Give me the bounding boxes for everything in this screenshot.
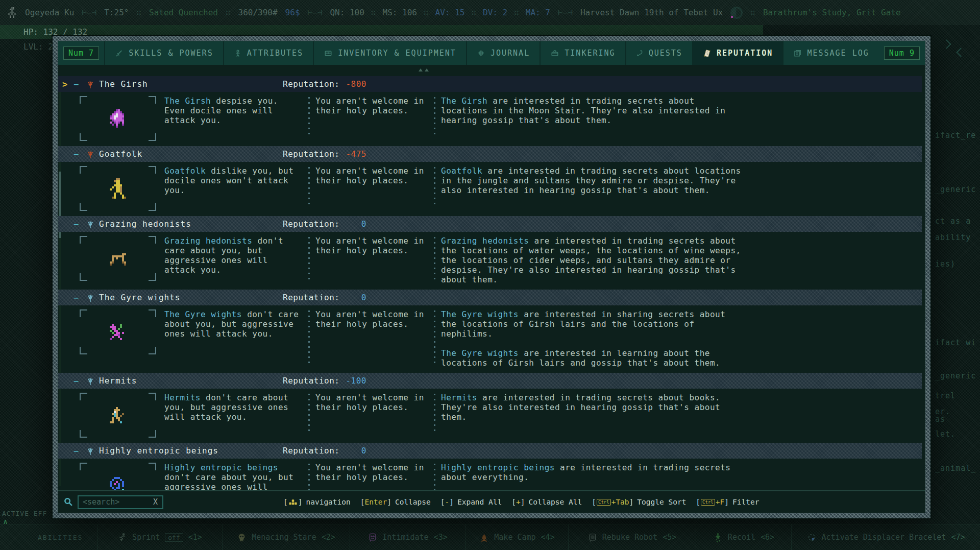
wight-sprite: [108, 324, 128, 340]
ability-name: Make Camp: [494, 533, 535, 542]
key-glyph: +: [516, 498, 521, 506]
key-glyph: -: [445, 498, 449, 506]
faction-tree-icon: [86, 220, 95, 229]
card-icon: [703, 49, 712, 58]
faction-tree-icon: [86, 293, 95, 302]
faction-name-inline: Goatfolk: [164, 166, 206, 176]
faction-attitude: Grazing hedonists don't care about you, …: [164, 236, 302, 284]
reputation-value: 0: [313, 219, 366, 229]
ability-hotkey: <1>: [188, 533, 202, 542]
stat-ms: MS: 106: [383, 8, 417, 17]
collapse-toggle[interactable]: −: [74, 149, 86, 159]
search-icon: [63, 497, 74, 507]
faction-header-goatfolk[interactable]: −GoatfolkReputation:-475: [58, 146, 922, 162]
dotted-separator: [434, 310, 435, 365]
ability-recoil[interactable]: Recoil<6>: [696, 524, 791, 550]
tab-skills-powers[interactable]: SKILLS & POWERS: [104, 41, 223, 65]
faction-welcome: You aren't welcome in their holy places.: [315, 236, 428, 284]
faction-interests: The Gyre wights are interested in sharin…: [441, 309, 743, 368]
faction-detail-highly-entropic-beings: Highly entropic beings don't care about …: [58, 459, 925, 490]
ability-name: Sprint: [132, 533, 160, 542]
occluded-text-fragment: trel: [935, 391, 955, 400]
tab-attributes[interactable]: ATTRIBUTES: [223, 41, 313, 65]
faction-name: Goatfolk: [99, 149, 142, 159]
ability-rebuke-robot[interactable]: Rebuke Robot<5>: [568, 524, 696, 550]
ability-activate-displacer-bracelet[interactable]: Activate Displacer Bracelet<7>: [791, 524, 980, 550]
faction-tree-icon: [86, 150, 95, 159]
search-clear-button[interactable]: X: [153, 497, 158, 507]
scrollbar-track: [59, 77, 61, 486]
dotted-separator: [308, 394, 310, 435]
stat-dv: DV: 2: [483, 8, 507, 17]
faction-name-inline: Grazing hedonists: [441, 236, 529, 246]
stat-ma: MA: 7: [526, 8, 550, 17]
dotted-separator: [434, 167, 435, 208]
collapse-toggle[interactable]: −: [74, 219, 86, 229]
occluded-text-fragment: as: [935, 415, 945, 424]
collapse-toggle[interactable]: −: [74, 446, 86, 456]
tab-label: INVENTORY & EQUIPMENT: [338, 49, 456, 58]
girsh-sprite: [108, 109, 128, 128]
faction-detail-the-gyre-wights: The Gyre wights don't care about you, bu…: [58, 305, 925, 373]
faction-portrait-frame: [80, 309, 156, 354]
tab-reputation[interactable]: REPUTATION: [692, 41, 782, 65]
hook-icon: [636, 49, 644, 58]
ability-make-camp[interactable]: Make Camp<4>: [465, 524, 568, 550]
occluded-text-fragment: _generic: [935, 371, 976, 380]
tab-journal[interactable]: JOURNAL: [466, 41, 540, 65]
collapse-toggle[interactable]: −: [74, 293, 86, 303]
reputation-value: -100: [313, 376, 366, 386]
location: Barathrum's Study, Grit Gate: [763, 8, 901, 17]
faction-header-highly-entropic-beings[interactable]: −Highly entropic beingsReputation:0: [58, 443, 922, 459]
faction-name-inline: The Girsh: [441, 96, 487, 106]
collapse-toggle[interactable]: −: [74, 79, 86, 89]
hud-divider-icon: ⊢—⊣: [82, 8, 96, 17]
faction-header-the-girsh[interactable]: >−The GirshReputation:-800: [58, 76, 922, 92]
hermit-sprite: [108, 407, 128, 423]
tab-message-log[interactable]: MESSAGE LOG: [782, 41, 878, 65]
bracelet-icon: [807, 533, 817, 542]
tab-tinkering[interactable]: TINKERING: [540, 41, 625, 65]
tab-label: SKILLS & POWERS: [129, 49, 213, 58]
ability-sprint[interactable]: Sprintoff<1>: [97, 524, 222, 550]
faction-attitude: Goatfolk dislike you, but docile ones wo…: [164, 166, 302, 211]
ctrl-key-icon: Ctrl: [701, 499, 715, 506]
faction-name-inline: Hermits: [164, 393, 201, 402]
faction-name: Grazing hedonists: [99, 219, 191, 229]
money: 96$: [285, 8, 300, 17]
keyboard-hints: []navigation[Enter]Collapse[-]Expand All…: [283, 498, 759, 506]
ability-name: Rebuke Robot: [602, 533, 657, 542]
top-hud: Ogeyeda Ku ⊢—⊣ T:25° ∷ Sated Quenched ∷ …: [0, 0, 980, 25]
faction-header-grazing-hedonists[interactable]: −Grazing hedonistsReputation:0: [58, 216, 922, 232]
hint-label: Collapse: [395, 498, 431, 506]
hint-filter: [Ctrl+F]Filter: [696, 498, 759, 506]
hud-divider-icon: ⊢—⊣: [308, 8, 323, 17]
faction-name-inline: Highly entropic beings: [164, 463, 278, 472]
hud-dots-icon: ∷: [226, 8, 231, 17]
tab-label: JOURNAL: [491, 49, 530, 58]
faction-welcome: You aren't welcome in their holy places.: [315, 96, 428, 141]
occluded-text-fragment: _animal_: [935, 464, 976, 473]
moon-phase-icon: [730, 7, 743, 19]
carry-weight: 360/390#: [238, 8, 278, 17]
ability-intimidate[interactable]: Intimidate<3>: [350, 524, 465, 550]
ability-hotkey: <5>: [663, 533, 676, 542]
faction-header-hermits[interactable]: −HermitsReputation:-100: [58, 373, 922, 389]
window-footer: X []navigation[Enter]Collapse[-]Expand A…: [58, 490, 925, 513]
occluded-text-fragment: ability: [935, 233, 971, 242]
occluded-text-fragment: ifact_wi: [935, 338, 976, 347]
tab-label: TINKERING: [565, 49, 615, 58]
faction-header-the-gyre-wights[interactable]: −The Gyre wightsReputation:0: [58, 290, 922, 305]
faction-portrait-frame: [80, 236, 156, 281]
tab-inventory-equipment[interactable]: INVENTORY & EQUIPMENT: [313, 41, 466, 65]
search-input[interactable]: [78, 495, 163, 509]
ability-menacing-stare[interactable]: Menacing Stare<2>: [222, 524, 350, 550]
collapse-toggle[interactable]: −: [74, 376, 86, 386]
faction-name-inline: The Girsh: [164, 96, 211, 106]
tab-label: REPUTATION: [717, 49, 773, 58]
player-mini: [8, 7, 17, 18]
tab-pager-left[interactable]: Num 7: [63, 46, 99, 60]
tab-quests[interactable]: QUESTS: [625, 41, 692, 65]
reputation-value: 0: [313, 446, 366, 456]
tab-pager-right[interactable]: Num 9: [884, 46, 920, 60]
